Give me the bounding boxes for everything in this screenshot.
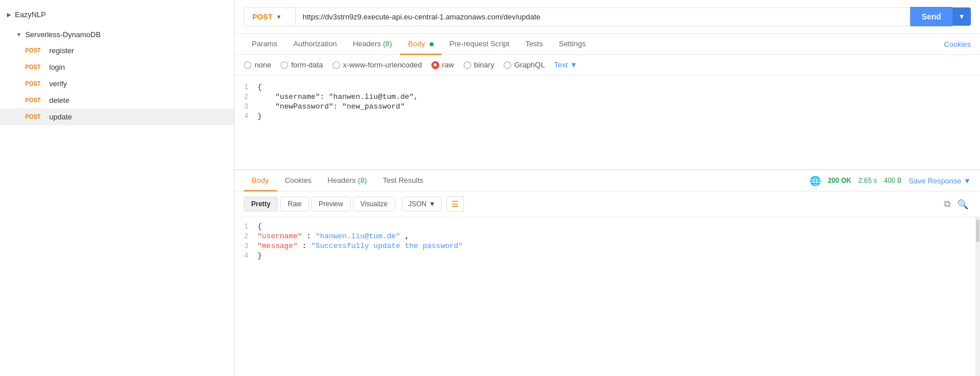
- resp-linenum-3: 3: [235, 242, 257, 250]
- resp-tab-headers[interactable]: Headers (8): [320, 170, 375, 191]
- tab-settings[interactable]: Settings: [551, 34, 594, 55]
- scrollbar-thumb: [976, 219, 979, 242]
- text-format-dropdown[interactable]: Text ▼: [554, 61, 577, 69]
- format-json-select[interactable]: JSON ▼: [402, 197, 442, 211]
- sidebar-item-update[interactable]: POST update: [0, 109, 234, 125]
- search-button[interactable]: 🔍: [955, 197, 971, 212]
- radio-none[interactable]: none: [244, 61, 271, 69]
- resp-code-2: "username" : "hanwen.liu@tum.de" ,: [257, 232, 409, 241]
- radio-none-circle: [244, 61, 252, 69]
- save-response-button[interactable]: Save Response ▼: [908, 177, 971, 185]
- tab-tests[interactable]: Tests: [517, 34, 550, 55]
- resp-brace-close: }: [257, 251, 262, 260]
- collection-eazynb: ▶ EazyNLP: [0, 5, 234, 25]
- send-button[interactable]: Send: [910, 7, 953, 26]
- request-body-editor[interactable]: 1 { 2 "username": "hanwen.liu@tum.de", 3…: [235, 75, 980, 170]
- resp-headers-badge: (8): [358, 176, 367, 185]
- resp-linenum-1: 1: [235, 223, 257, 231]
- sidebar-item-login-label: login: [49, 63, 65, 71]
- resp-line-2: 2 "username" : "hanwen.liu@tum.de" ,: [235, 231, 980, 241]
- method-badge-verify: POST: [25, 81, 45, 87]
- tab-body[interactable]: Body: [400, 34, 441, 55]
- radio-raw[interactable]: raw: [431, 61, 454, 69]
- main-panel: POST ▼ Send ▼ Params Authorization Heade…: [235, 0, 980, 376]
- method-badge-delete: POST: [25, 97, 45, 103]
- radio-binary-circle: [463, 61, 471, 69]
- format-pretty-button[interactable]: Pretty: [244, 197, 278, 211]
- req-linenum-4: 4: [235, 113, 257, 121]
- resp-tab-test-results[interactable]: Test Results: [375, 170, 431, 191]
- tab-headers[interactable]: Headers (8): [345, 34, 400, 55]
- url-input[interactable]: [295, 7, 910, 26]
- sidebar-item-delete[interactable]: POST delete: [0, 92, 234, 109]
- tab-authorization[interactable]: Authorization: [285, 34, 345, 55]
- req-line-4: 4 }: [235, 111, 980, 121]
- tab-params[interactable]: Params: [244, 34, 285, 55]
- sidebar-item-delete-label: delete: [49, 96, 69, 105]
- sidebar-item-login[interactable]: POST login: [0, 59, 234, 75]
- url-bar: POST ▼ Send ▼: [235, 0, 980, 34]
- copy-button[interactable]: ⧉: [942, 197, 953, 211]
- sidebar-item-register[interactable]: POST register: [0, 42, 234, 59]
- radio-graphql-circle: [503, 61, 511, 69]
- cookies-link[interactable]: Cookies: [944, 40, 971, 49]
- req-code-2: "username": "hanwen.liu@tum.de",: [257, 93, 418, 101]
- filter-button[interactable]: ☰: [446, 196, 464, 212]
- collection-eazynb-header[interactable]: ▶ EazyNLP: [0, 7, 234, 22]
- resp-tab-body[interactable]: Body: [244, 170, 277, 191]
- send-dropdown-button[interactable]: ▼: [953, 7, 971, 26]
- radio-graphql[interactable]: GraphQL: [503, 61, 545, 69]
- collection-eazynb-label: EazyNLP: [15, 10, 46, 19]
- radio-urlencoded-circle: [332, 61, 340, 69]
- chevron-right-icon: ▶: [7, 11, 11, 18]
- method-dropdown-icon: ▼: [276, 14, 281, 20]
- resp-line-4: 4 }: [235, 251, 980, 261]
- method-select[interactable]: POST ▼: [244, 7, 295, 26]
- resp-code-3: "message" : "Successfully update the pas…: [257, 242, 463, 250]
- radio-form-data-circle: [280, 61, 288, 69]
- radio-urlencoded[interactable]: x-www-form-urlencoded: [332, 61, 422, 69]
- format-visualize-button[interactable]: Visualize: [353, 197, 395, 211]
- method-badge-update: POST: [25, 114, 45, 120]
- response-status-bar: 🌐 200 OK 2.65 s 400 B Save Response ▼: [810, 175, 971, 186]
- response-size: 400 B: [884, 177, 902, 185]
- resp-linenum-4: 4: [235, 252, 257, 260]
- req-line-2: 2 "username": "hanwen.liu@tum.de",: [235, 92, 980, 102]
- radio-binary[interactable]: binary: [463, 61, 494, 69]
- resp-brace-open: {: [257, 222, 262, 231]
- req-linenum-3: 3: [235, 103, 257, 111]
- collection-serverless: ▼ Serverless-DynamoDB POST register POST…: [0, 25, 234, 127]
- json-select-chevron: ▼: [429, 200, 436, 208]
- req-linenum-1: 1: [235, 83, 257, 91]
- req-line-3: 3 "newPassword": "new_password": [235, 102, 980, 111]
- headers-badge: (8): [383, 39, 392, 48]
- resp-linenum-2: 2: [235, 233, 257, 241]
- collection-serverless-header[interactable]: ▼ Serverless-DynamoDB: [0, 27, 234, 42]
- method-text: POST: [252, 13, 272, 21]
- radio-form-data[interactable]: form-data: [280, 61, 323, 69]
- req-line-1: 1 {: [235, 82, 980, 92]
- response-body: 1 { 2 "username" : "hanwen.liu@tum.de" ,…: [235, 217, 980, 376]
- method-badge-register: POST: [25, 47, 45, 54]
- sidebar: ▶ EazyNLP ▼ Serverless-DynamoDB POST reg…: [0, 0, 235, 376]
- sidebar-item-update-label: update: [49, 113, 72, 121]
- status-code: 200 OK: [828, 177, 851, 185]
- resp-line-1: 1 {: [235, 222, 980, 231]
- tab-pre-request[interactable]: Pre-request Script: [442, 34, 518, 55]
- globe-icon: 🌐: [810, 175, 821, 186]
- sidebar-item-register-label: register: [49, 46, 74, 55]
- text-dropdown-chevron: ▼: [570, 61, 577, 69]
- response-tab-bar: Body Cookies Headers (8) Test Results 🌐 …: [235, 170, 980, 191]
- save-response-chevron: ▼: [963, 177, 971, 185]
- format-preview-button[interactable]: Preview: [311, 197, 351, 211]
- filter-icon: ☰: [451, 199, 459, 209]
- sidebar-item-verify[interactable]: POST verify: [0, 75, 234, 92]
- req-code-1: {: [257, 83, 262, 91]
- radio-raw-circle: [431, 61, 439, 69]
- format-raw-button[interactable]: Raw: [280, 197, 309, 211]
- collection-serverless-label: Serverless-DynamoDB: [25, 30, 101, 39]
- body-type-bar: none form-data x-www-form-urlencoded raw…: [235, 55, 980, 75]
- sidebar-item-verify-label: verify: [49, 79, 67, 88]
- resp-tab-cookies[interactable]: Cookies: [277, 170, 320, 191]
- response-scrollbar[interactable]: [975, 217, 980, 376]
